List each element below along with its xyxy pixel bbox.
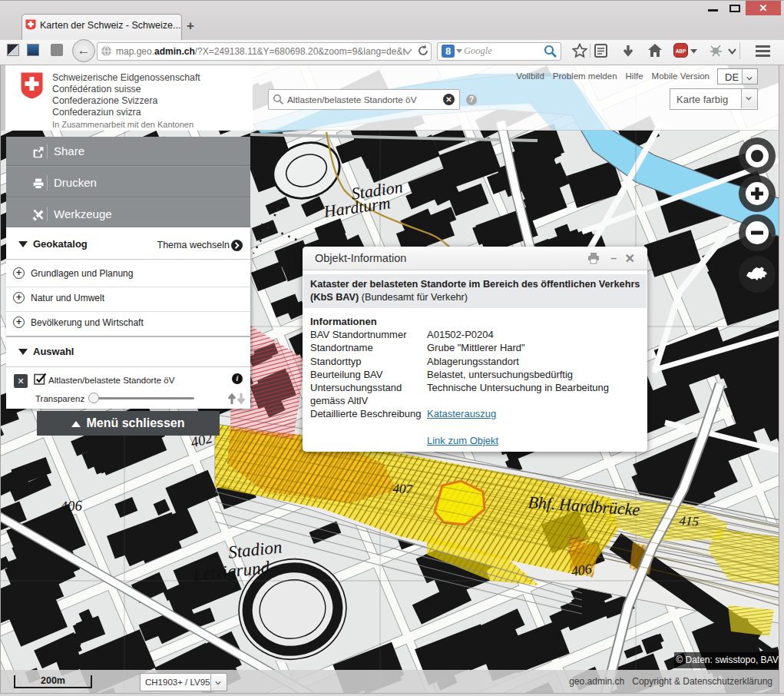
svg-text:415: 415 [679,513,699,529]
svg-text:406: 406 [60,497,83,514]
svg-text:407: 407 [392,482,414,497]
svg-text:200m: 200m [41,675,65,686]
svg-text:406: 406 [570,561,593,579]
